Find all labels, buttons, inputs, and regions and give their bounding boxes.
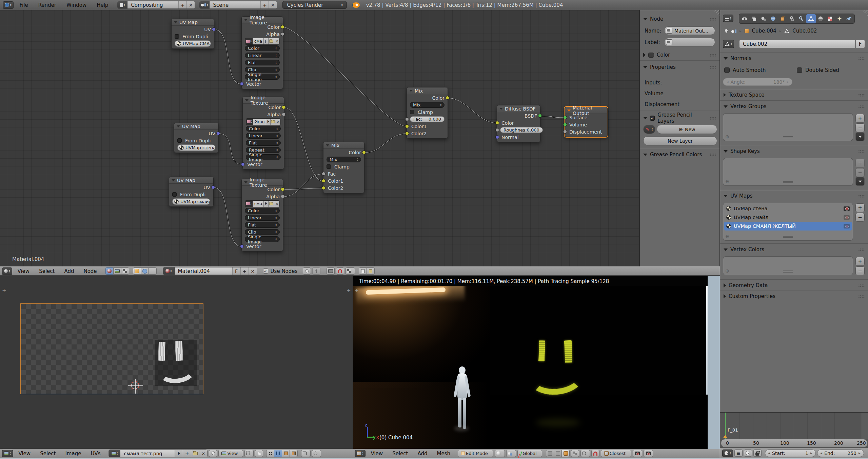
node-value-field[interactable]: Roughnes:0.000 bbox=[500, 127, 543, 133]
snap-select[interactable]: ▴▾ bbox=[301, 450, 311, 457]
uv-select-vertex-toggle[interactable] bbox=[266, 450, 274, 457]
menu-mesh[interactable]: Mesh bbox=[433, 451, 454, 457]
drag-dots-icon[interactable] bbox=[710, 18, 716, 21]
pin-button[interactable] bbox=[303, 267, 311, 275]
node-dropdown[interactable]: Flat▴▾ bbox=[246, 140, 281, 146]
menu-window[interactable]: Window bbox=[62, 2, 91, 8]
tab-world[interactable] bbox=[768, 14, 778, 23]
tab-material[interactable] bbox=[816, 14, 825, 23]
socket-color[interactable] bbox=[281, 25, 284, 29]
section-grease-pencil-colors[interactable]: Grease Pencil Colors bbox=[640, 151, 719, 159]
node-mix-1[interactable]: MixColorMix▴▾ClampFacColor1Color2 bbox=[323, 142, 364, 193]
display-channels-select[interactable]: View▴▾ bbox=[218, 450, 243, 457]
color-swatch[interactable] bbox=[648, 53, 654, 58]
node-image-texture-3[interactable]: Image TextureColorAlpha▴▾смаF×Color▴▾Lin… bbox=[241, 179, 283, 252]
proportional-edit-select[interactable]: ▴▾ bbox=[580, 450, 590, 457]
drag-dots-icon[interactable] bbox=[858, 295, 865, 298]
render-viewport[interactable]: Time:00:04.90 | Remaining:00:01.70 | Mem… bbox=[353, 276, 720, 449]
image-icon[interactable]: ▴▾ bbox=[245, 201, 253, 207]
menu-image[interactable]: Image bbox=[61, 451, 85, 457]
double-sided-checkbox[interactable]: Double Sided bbox=[797, 67, 839, 73]
snap-toggle[interactable] bbox=[336, 267, 344, 275]
material-icon[interactable]: ▴▾ bbox=[163, 267, 175, 275]
section-geometry-data[interactable]: Geometry Data bbox=[720, 281, 868, 290]
uv-maps-list[interactable]: UVMap стенаUVMap смайлUVMap СМАИЛ ЖЕЛТЫЙ… bbox=[723, 203, 853, 241]
compositing-nodes-toggle[interactable] bbox=[113, 267, 121, 275]
face-select-mode[interactable] bbox=[561, 450, 570, 457]
world-shader-toggle[interactable] bbox=[141, 267, 149, 275]
render-engine-select[interactable]: Cycles Render▴▾ bbox=[282, 1, 347, 9]
drag-dots-icon[interactable] bbox=[858, 284, 865, 287]
texture-nodes-toggle[interactable] bbox=[121, 267, 129, 275]
vertex-group-specials-button[interactable] bbox=[855, 132, 865, 141]
tab-particles[interactable] bbox=[835, 14, 844, 23]
node-dropdown[interactable]: Single Image▴▾ bbox=[245, 236, 280, 242]
timeline-canvas[interactable] bbox=[720, 413, 868, 439]
close-icon[interactable]: × bbox=[274, 38, 279, 44]
section-node[interactable]: Node bbox=[640, 15, 719, 23]
backdrop-toggle[interactable] bbox=[327, 267, 335, 275]
socket-color[interactable] bbox=[282, 105, 285, 109]
add-material-button[interactable]: + bbox=[240, 267, 249, 275]
socket-uv[interactable] bbox=[212, 27, 216, 31]
timeline-marker-icon[interactable] bbox=[723, 435, 728, 438]
node-dropdown[interactable]: Flat▴▾ bbox=[245, 60, 280, 65]
lock-time-toggle[interactable] bbox=[753, 450, 762, 457]
socket-alpha[interactable] bbox=[281, 195, 284, 198]
vertex-colors-list[interactable]: ⊕ bbox=[723, 256, 853, 275]
image-selector[interactable]: ▴▾смаF× bbox=[245, 38, 280, 45]
add-shape-key-button[interactable]: + bbox=[855, 159, 865, 167]
uvmap-list-item[interactable]: UVMap смайл bbox=[724, 213, 852, 222]
node-collapse-icon[interactable] bbox=[172, 179, 175, 181]
socket-vector[interactable] bbox=[241, 162, 245, 166]
mesh-name-field[interactable]: Cube.002 bbox=[739, 40, 855, 48]
editor-type-info-button[interactable]: i▴▾ bbox=[3, 1, 14, 9]
socket-normal[interactable] bbox=[495, 135, 499, 139]
pivot-select[interactable]: ▴▾ bbox=[244, 450, 254, 457]
fake-user-button[interactable]: F bbox=[175, 450, 183, 457]
editor-type-image-button[interactable]: ▴▾ bbox=[2, 450, 13, 457]
node-mix-2[interactable]: MixColorMix▴▾ClampFac:0.000Color1Color2 bbox=[407, 87, 448, 139]
fake-user-button[interactable]: F bbox=[263, 201, 268, 207]
node-dropdown[interactable]: Color▴▾ bbox=[246, 126, 281, 132]
close-icon[interactable]: × bbox=[274, 201, 279, 207]
add-uv-map-button[interactable]: + bbox=[855, 203, 865, 212]
list-resize-grip[interactable] bbox=[783, 136, 793, 138]
drag-dots-icon[interactable] bbox=[858, 195, 865, 198]
editor-type-properties-button[interactable]: ▴▾ bbox=[723, 15, 733, 22]
opengl-render-button[interactable] bbox=[633, 450, 642, 457]
section-grease-pencil-layers[interactable]: ✓Grease Pencil Layers bbox=[640, 114, 719, 122]
snap-element-select[interactable]: ▴▾ bbox=[346, 267, 355, 275]
socket-alpha[interactable] bbox=[281, 32, 284, 36]
section-color[interactable]: Color bbox=[640, 51, 719, 59]
fake-user-button[interactable]: F bbox=[855, 40, 865, 48]
socket-color1[interactable] bbox=[322, 179, 326, 183]
vertex-groups-list[interactable]: ⊕ bbox=[723, 113, 853, 141]
node-collapse-icon[interactable] bbox=[244, 181, 248, 183]
image-icon[interactable]: ▴▾ bbox=[246, 119, 253, 125]
node-value-field[interactable]: Fac:0.000 bbox=[410, 116, 445, 122]
uv-2d-cursor[interactable] bbox=[131, 381, 139, 390]
image-name-field[interactable]: смайл тест.png bbox=[120, 450, 175, 457]
menu-select[interactable]: Select bbox=[36, 451, 60, 457]
folder-icon[interactable] bbox=[268, 201, 274, 207]
add-vertex-color-button[interactable]: + bbox=[855, 257, 865, 266]
remove-shape-key-button[interactable]: − bbox=[855, 168, 865, 177]
editor-type-node-button[interactable]: ▴▾ bbox=[2, 267, 12, 275]
transform-orientation-select[interactable]: Global▴▾ bbox=[517, 450, 542, 457]
snap-toggle[interactable] bbox=[591, 450, 599, 457]
mode-select[interactable]: Edit Mode▴▾ bbox=[458, 450, 493, 457]
menu-render[interactable]: Render bbox=[34, 2, 60, 8]
uv-select-island-toggle[interactable] bbox=[290, 450, 298, 457]
socket-alpha[interactable] bbox=[282, 113, 285, 116]
unlink-material-button[interactable]: × bbox=[249, 267, 257, 275]
node-image-texture-2[interactable]: Image TextureColorAlpha▴▾GrunF×Color▴▾Li… bbox=[242, 97, 284, 169]
region-plus-icon[interactable]: + bbox=[347, 287, 351, 294]
node-dropdown[interactable]: Single Image▴▾ bbox=[245, 74, 280, 80]
node-material-output[interactable]: Material OutputSurfaceVolumeDisplacement bbox=[565, 107, 608, 137]
shape-keys-list[interactable]: ⊕ bbox=[723, 158, 853, 186]
shader-nodes-toggle[interactable] bbox=[105, 267, 114, 275]
linestyle-shader-toggle[interactable] bbox=[149, 267, 157, 275]
socket-color2[interactable] bbox=[322, 186, 326, 190]
uv-image-editor[interactable]: + + bbox=[0, 276, 353, 449]
